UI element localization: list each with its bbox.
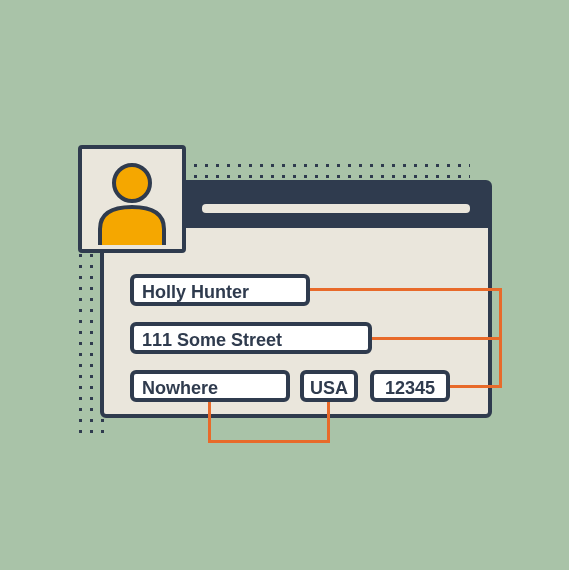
svg-point-0	[114, 165, 150, 201]
diagram-stage: Holly Hunter 111 Some Street Nowhere USA…	[0, 0, 569, 570]
name-field[interactable]: Holly Hunter	[130, 274, 310, 306]
street-field[interactable]: 111 Some Street	[130, 322, 372, 354]
city-field[interactable]: Nowhere	[130, 370, 290, 402]
card-header-stripe	[202, 204, 470, 213]
connector-line	[499, 288, 502, 388]
connector-line	[372, 337, 502, 340]
connector-line	[450, 385, 502, 388]
avatar-box	[78, 145, 186, 253]
connector-line	[310, 288, 502, 291]
country-field[interactable]: USA	[300, 370, 358, 402]
connector-line	[208, 402, 211, 442]
zip-field[interactable]: 12345	[370, 370, 450, 402]
connector-line	[208, 440, 330, 443]
person-icon	[92, 157, 172, 245]
connector-line	[327, 402, 330, 442]
